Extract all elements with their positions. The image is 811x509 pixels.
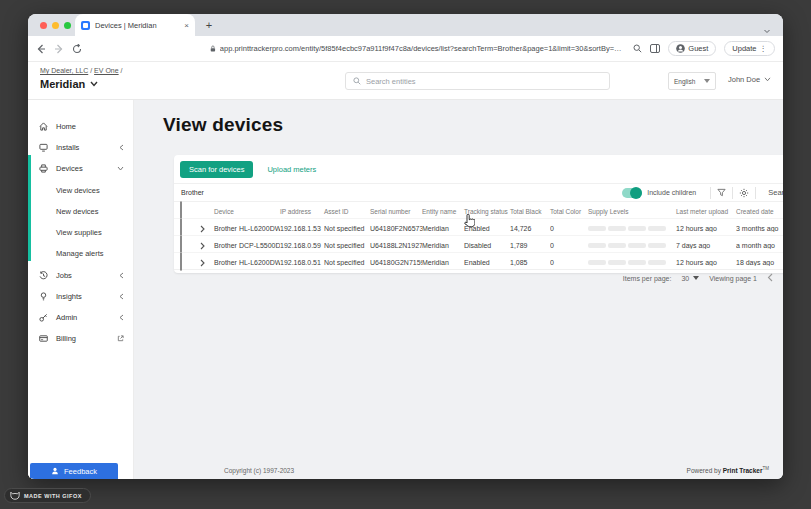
- col-header-total-color[interactable]: Total Color: [550, 208, 588, 215]
- back-icon[interactable]: [36, 44, 46, 54]
- col-header-supply[interactable]: Supply Levels: [588, 208, 676, 215]
- search-entities-input[interactable]: Search entities: [345, 72, 610, 90]
- browser-menu-icon: ⋮: [760, 44, 768, 53]
- sidebar-item-view-supplies[interactable]: View supplies: [28, 222, 134, 243]
- device-name[interactable]: Brother HL-L6200DW: [214, 259, 280, 266]
- chevron-left-icon: [119, 272, 124, 279]
- black-supply-bar: [588, 226, 606, 231]
- chevron-left-icon: [119, 293, 124, 300]
- expand-row-icon[interactable]: [200, 236, 214, 254]
- omnibox[interactable]: app.printtrackerpro.com/entity/5f85f4ecb…: [210, 44, 625, 53]
- total-black: 1,085: [510, 259, 550, 266]
- sidebar-item-label: Admin: [56, 313, 111, 322]
- sidebar-item-label: Insights: [56, 292, 111, 301]
- col-header-last-upload[interactable]: Last meter upload: [676, 208, 736, 215]
- sidebar-item-view-devices[interactable]: View devices: [28, 180, 134, 201]
- profile-label: Guest: [688, 44, 708, 53]
- sidebar-item-devices[interactable]: Devices: [28, 158, 134, 179]
- feedback-icon: [51, 467, 59, 475]
- billing-card-icon: [38, 334, 48, 343]
- language-select[interactable]: English: [668, 72, 716, 90]
- prev-page-icon[interactable]: [767, 273, 773, 284]
- total-color: 0: [550, 259, 588, 266]
- total-color: 0: [550, 242, 588, 249]
- settings-gear-icon[interactable]: [739, 188, 749, 198]
- asset-id: Not specified: [324, 225, 370, 232]
- sidebar-item-manage-alerts[interactable]: Manage alerts: [28, 243, 134, 264]
- chevron-left-icon: [119, 314, 124, 321]
- sidebar-item-jobs[interactable]: Jobs: [28, 265, 134, 286]
- breadcrumb-evone-link[interactable]: EV One: [94, 67, 119, 74]
- breadcrumb-dealer-link[interactable]: My Dealer, LLC: [40, 67, 88, 74]
- sidebar-item-billing[interactable]: Billing: [28, 328, 134, 349]
- search-button[interactable]: Search: [768, 188, 783, 197]
- sidebar-item-label: Jobs: [56, 271, 111, 280]
- tab-search-chevron-icon[interactable]: [763, 21, 771, 39]
- search-icon: [353, 77, 361, 85]
- zoom-search-icon[interactable]: [633, 44, 642, 53]
- col-header-device[interactable]: Device: [214, 208, 280, 215]
- device-search-input[interactable]: Brother: [181, 189, 622, 196]
- table-header-row: Device IP address Asset ID Serial number…: [174, 202, 783, 218]
- col-header-serial[interactable]: Serial number: [370, 208, 422, 215]
- sidebar-item-admin[interactable]: Admin: [28, 307, 134, 328]
- new-tab-button[interactable]: +: [202, 18, 216, 32]
- entity-selector[interactable]: Meridian: [40, 78, 98, 90]
- mouse-cursor: [463, 214, 475, 232]
- fox-icon: [10, 491, 20, 500]
- entity-name: Meridian: [422, 242, 464, 249]
- close-window-button[interactable]: [40, 22, 47, 29]
- search-entities-placeholder: Search entities: [366, 77, 416, 86]
- device-name[interactable]: Brother HL-L6200DW: [214, 225, 280, 232]
- page-title: View devices: [163, 114, 283, 136]
- minimize-window-button[interactable]: [52, 22, 59, 29]
- device-name[interactable]: Brother DCP-L5500DN: [214, 242, 280, 249]
- items-per-page-select[interactable]: 30: [681, 275, 699, 282]
- col-header-total-black[interactable]: Total Black: [510, 208, 550, 215]
- upload-meters-button[interactable]: Upload meters: [265, 161, 318, 178]
- tab-close-icon[interactable]: ×: [184, 21, 189, 30]
- sidebar-item-home[interactable]: Home: [28, 116, 134, 137]
- lock-icon: [210, 44, 216, 53]
- sidebar-item-installs[interactable]: Installs: [28, 137, 134, 158]
- row-checkbox[interactable]: [180, 252, 182, 271]
- chevron-down-icon: [90, 81, 98, 87]
- forward-icon[interactable]: [54, 44, 64, 54]
- powered-brand: Print Tracker: [723, 467, 763, 474]
- expand-row-icon[interactable]: [200, 219, 214, 237]
- update-button[interactable]: Update ⋮: [724, 41, 775, 56]
- table-row[interactable]: Brother HL-L6200DW 192.168.1.53 Not spec…: [174, 218, 783, 235]
- chevron-left-icon: [119, 144, 124, 151]
- browser-tabstrip: Devices | Meridian × +: [28, 14, 783, 36]
- side-panel-icon[interactable]: [650, 44, 660, 53]
- breadcrumb: My Dealer, LLC / EV One /: [40, 67, 123, 74]
- expand-row-icon[interactable]: [200, 253, 214, 271]
- user-menu[interactable]: John Doe: [728, 75, 771, 84]
- include-children-toggle[interactable]: [622, 188, 642, 198]
- serial-number: U64180F2N657300: [370, 225, 422, 232]
- last-meter-upload: 12 hours ago: [676, 225, 736, 232]
- browser-tab[interactable]: Devices | Meridian ×: [75, 14, 195, 36]
- col-header-asset[interactable]: Asset ID: [324, 208, 370, 215]
- table-row[interactable]: Brother DCP-L5500DN 192.168.0.59 Not spe…: [174, 235, 783, 252]
- sidebar-item-label: View supplies: [56, 228, 124, 237]
- viewing-page-label: Viewing page 1: [709, 275, 757, 282]
- col-header-ip[interactable]: IP address: [280, 208, 324, 215]
- table-row[interactable]: Brother HL-L6200DW 192.168.0.51 Not spec…: [174, 252, 783, 269]
- caret-down-icon: [693, 276, 699, 280]
- tracking-status: Disabled: [464, 242, 510, 249]
- sidebar-item-new-devices[interactable]: New devices: [28, 201, 134, 222]
- powered-by-text: Powered by Print TrackerTM: [687, 466, 769, 474]
- col-header-created[interactable]: Created date: [736, 208, 783, 215]
- scan-for-devices-button[interactable]: Scan for devices: [180, 161, 253, 178]
- profile-button[interactable]: Guest: [668, 41, 716, 56]
- created-date: 18 days ago: [736, 259, 783, 266]
- reload-icon[interactable]: [72, 44, 82, 54]
- ip-address: 192.168.0.59: [280, 242, 324, 249]
- feedback-button[interactable]: Feedback: [30, 463, 118, 479]
- person-icon: [676, 44, 685, 53]
- sidebar-item-insights[interactable]: Insights: [28, 286, 134, 307]
- zoom-window-button[interactable]: [64, 22, 71, 29]
- col-header-entity[interactable]: Entity name: [422, 208, 464, 215]
- filter-funnel-icon[interactable]: [717, 188, 726, 197]
